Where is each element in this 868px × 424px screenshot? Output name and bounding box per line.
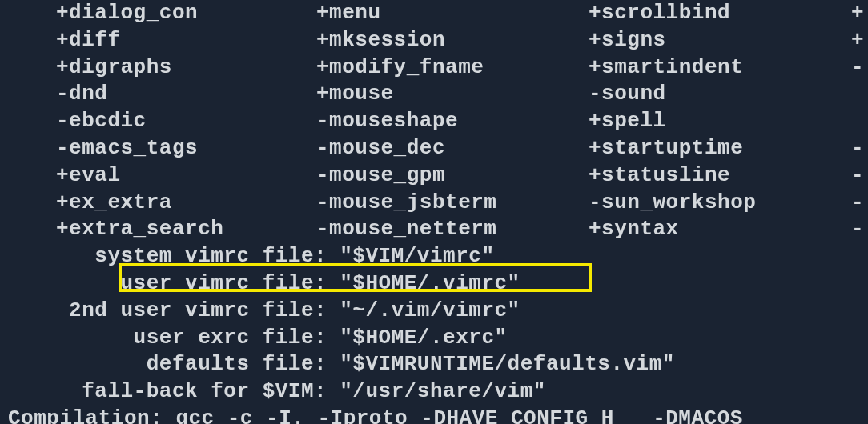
feature-col1: -ebcdic bbox=[56, 108, 316, 135]
feature-row: +extra_search -mouse_netterm +syntax bbox=[56, 216, 868, 243]
feature-row: +dialog_con +menu +scrollbind bbox=[56, 0, 868, 27]
edge-char bbox=[851, 108, 864, 135]
feature-col2: +modify_fname bbox=[316, 54, 589, 82]
feature-col1: +ex_extra bbox=[56, 190, 316, 217]
system-vimrc-line: system vimrc file: "$VIM/vimrc" bbox=[56, 243, 868, 270]
feature-col1: -emacs_tags bbox=[56, 135, 316, 162]
defaults-file-line: defaults file: "$VIMRUNTIME/defaults.vim… bbox=[56, 351, 868, 378]
feature-col2: -mouse_jsbterm bbox=[316, 190, 589, 217]
edge-char: + bbox=[851, 0, 864, 27]
feature-row: +digraphs +modify_fname +smartindent bbox=[56, 54, 868, 82]
feature-row: -emacs_tags -mouse_dec +startuptime bbox=[56, 135, 868, 162]
feature-col2: -mouseshape bbox=[316, 108, 589, 135]
feature-col3: +smartindent bbox=[589, 54, 861, 82]
feature-col1: +diff bbox=[56, 27, 316, 54]
user-vimrc-line: user vimrc file: "$HOME/.vimrc" bbox=[56, 270, 868, 298]
edge-char: - bbox=[851, 190, 864, 217]
feature-col3: +startuptime bbox=[589, 135, 861, 162]
feature-row: +eval -mouse_gpm +statusline bbox=[56, 162, 868, 190]
feature-col2: +mksession bbox=[316, 27, 589, 54]
edge-char bbox=[851, 81, 864, 108]
feature-col1: +dialog_con bbox=[56, 0, 316, 27]
feature-row: -dnd +mouse -sound bbox=[56, 81, 868, 108]
feature-col1: +digraphs bbox=[56, 54, 316, 82]
feature-col2: -mouse_gpm bbox=[316, 162, 589, 190]
feature-col3: +scrollbind bbox=[589, 0, 861, 27]
edge-char: - bbox=[851, 216, 864, 243]
feature-col2: +menu bbox=[316, 0, 589, 27]
feature-col1: +eval bbox=[56, 162, 316, 190]
feature-col3: +signs bbox=[589, 27, 861, 54]
compilation-line: Compilation: gcc -c -I. -Iproto -DHAVE_C… bbox=[8, 406, 868, 424]
fallback-vim-line: fall-back for $VIM: "/usr/share/vim" bbox=[56, 378, 868, 406]
feature-col2: -mouse_dec bbox=[316, 135, 589, 162]
feature-col3: -sound bbox=[589, 81, 861, 108]
user-exrc-line: user exrc file: "$HOME/.exrc" bbox=[56, 325, 868, 352]
edge-char: - bbox=[851, 54, 864, 82]
edge-char: - bbox=[851, 135, 864, 162]
feature-col3: -sun_workshop bbox=[589, 190, 861, 217]
vim-info-lines: system vimrc file: "$VIM/vimrc" user vim… bbox=[56, 243, 868, 406]
second-user-vimrc-line: 2nd user vimrc file: "~/.vim/vimrc" bbox=[56, 298, 868, 325]
feature-columns: +dialog_con +menu +scrollbind +diff +mks… bbox=[56, 0, 868, 243]
feature-row: +diff +mksession +signs bbox=[56, 27, 868, 54]
feature-col3: +syntax bbox=[589, 216, 861, 243]
feature-col2: -mouse_netterm bbox=[316, 216, 589, 243]
feature-col3: +spell bbox=[589, 108, 861, 135]
terminal-output: +dialog_con +menu +scrollbind +diff +mks… bbox=[0, 0, 868, 424]
feature-row: +ex_extra -mouse_jsbterm -sun_workshop bbox=[56, 190, 868, 217]
feature-row: -ebcdic -mouseshape +spell bbox=[56, 108, 868, 135]
feature-col1: -dnd bbox=[56, 81, 316, 108]
feature-col3: +statusline bbox=[589, 162, 861, 190]
feature-col2: +mouse bbox=[316, 81, 589, 108]
edge-char: - bbox=[851, 162, 864, 190]
partial-column-edge: + + - - - - - bbox=[851, 0, 864, 243]
edge-char: + bbox=[851, 27, 864, 54]
feature-col1: +extra_search bbox=[56, 216, 316, 243]
